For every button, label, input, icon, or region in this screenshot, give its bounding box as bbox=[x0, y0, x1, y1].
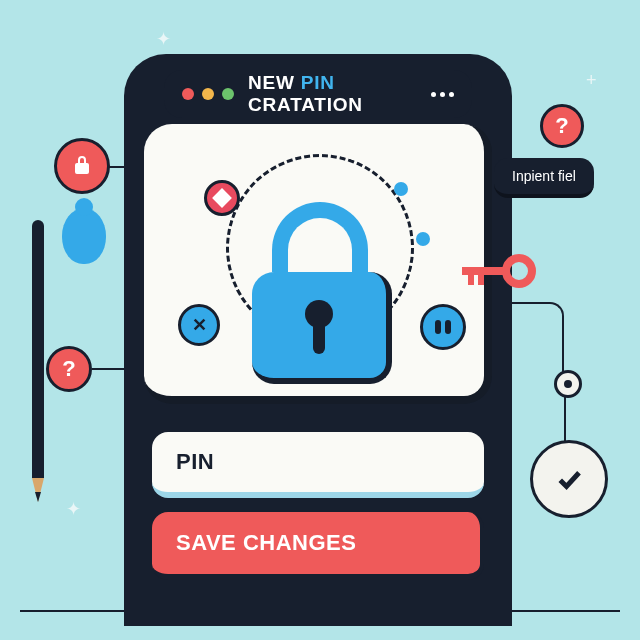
lock-panel bbox=[144, 124, 492, 404]
pin-input[interactable]: PIN bbox=[152, 432, 484, 498]
sparkle-icon: ✦ bbox=[156, 28, 171, 50]
input-field-tag: Inpient fiel bbox=[494, 158, 594, 198]
window-titlebar: NEW PIN CRATATION bbox=[164, 70, 472, 118]
page-title: NEW PIN CRATATION bbox=[248, 72, 431, 116]
title-post: CRATATION bbox=[248, 94, 363, 115]
kebab-menu-icon[interactable] bbox=[431, 92, 454, 97]
check-badge-icon[interactable] bbox=[530, 440, 608, 518]
title-accent: PIN bbox=[301, 72, 335, 93]
traffic-lights bbox=[182, 88, 234, 100]
key-icon bbox=[502, 254, 536, 292]
help-badge-icon[interactable]: ? bbox=[540, 104, 584, 148]
pin-input-label: PIN bbox=[176, 449, 214, 475]
ground-line bbox=[20, 610, 620, 612]
orbit-node-icon bbox=[416, 232, 430, 246]
sparkle-icon: + bbox=[586, 70, 597, 91]
save-button[interactable]: SAVE CHANGES bbox=[152, 512, 484, 580]
sparkle-icon: ✦ bbox=[66, 498, 81, 520]
tree-icon bbox=[62, 208, 106, 264]
node-dot-icon bbox=[554, 370, 582, 398]
orbit-node-icon bbox=[394, 182, 408, 196]
close-dot-icon[interactable] bbox=[182, 88, 194, 100]
help-badge-label: ? bbox=[555, 113, 568, 139]
input-field-tag-label: Inpient fiel bbox=[512, 168, 576, 184]
minimize-dot-icon[interactable] bbox=[202, 88, 214, 100]
save-button-label: SAVE CHANGES bbox=[176, 530, 356, 556]
lock-icon bbox=[252, 202, 392, 384]
device-frame: NEW PIN CRATATION PIN SAVE CHANGES bbox=[124, 54, 512, 626]
face-badge-icon bbox=[420, 304, 466, 350]
pencil-icon bbox=[32, 220, 44, 532]
maximize-dot-icon[interactable] bbox=[222, 88, 234, 100]
connector-line bbox=[564, 396, 566, 442]
lock-badge-icon bbox=[54, 138, 110, 194]
help-badge-label: ? bbox=[62, 356, 75, 382]
heart-badge-icon bbox=[204, 180, 240, 216]
title-pre: NEW bbox=[248, 72, 301, 93]
help-badge-icon[interactable]: ? bbox=[46, 346, 92, 392]
cross-badge-icon[interactable] bbox=[178, 304, 220, 346]
